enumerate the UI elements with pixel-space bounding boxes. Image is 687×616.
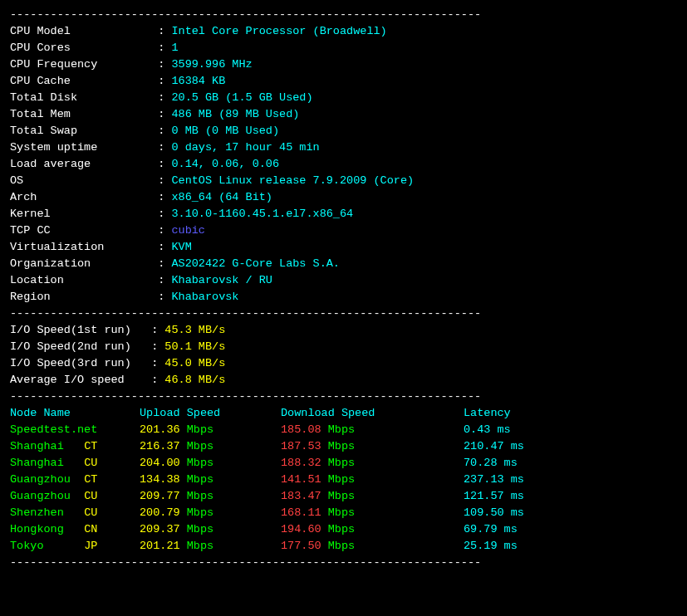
iospeed-row: I/O Speed(2nd run) : 50.1 MB/s: [10, 339, 677, 355]
speedtest-latency: 210.47 ms: [464, 438, 524, 455]
speedtest-node-cell: Guangzhou CT: [10, 472, 140, 488]
sysinfo-label: CPU Model: [10, 23, 158, 40]
iospeed-row: I/O Speed(1st run) : 45.3 MB/s: [10, 322, 677, 339]
speedtest-download-unit: Mbps: [328, 523, 355, 535]
speedtest-latency: 25.19 ms: [464, 538, 518, 555]
header-download: Download Speed: [281, 405, 464, 422]
sysinfo-value: 3.10.0-1160.45.1.el7.x86_64: [171, 206, 353, 222]
header-upload: Upload Speed: [140, 405, 281, 422]
speedtest-upload-cell: 201.36 Mbps: [140, 422, 281, 438]
speedtest-download-unit: Mbps: [328, 457, 355, 469]
sysinfo-value: 16384 KB: [171, 73, 225, 90]
divider: ----------------------------------------…: [10, 306, 677, 322]
speedtest-node-cell: Shanghai CT: [10, 438, 140, 455]
header-node: Node Name: [10, 405, 140, 422]
speedtest-upload-value: 200.79: [140, 506, 187, 519]
speedtest-location: JP: [84, 540, 97, 552]
speedtest-location: CT: [84, 440, 97, 452]
sysinfo-label: Virtualization: [10, 239, 158, 256]
speedtest-upload-cell: 200.79 Mbps: [140, 505, 281, 521]
speedtest-upload-unit: Mbps: [187, 440, 213, 452]
colon-separator: :: [151, 339, 164, 355]
speedtest-upload-cell: 216.37 Mbps: [140, 438, 281, 455]
speedtest-upload-cell: 209.77 Mbps: [140, 488, 281, 505]
speedtest-download-cell: 183.47 Mbps: [281, 488, 464, 505]
header-latency: Latency: [464, 405, 511, 422]
colon-separator: :: [158, 189, 171, 206]
speedtest-upload-value: 134.38: [140, 473, 187, 486]
speedtest-download-value: 194.60: [281, 523, 328, 535]
sysinfo-label: Total Mem: [10, 106, 158, 123]
speedtest-latency: 109.50 ms: [464, 505, 524, 521]
sysinfo-row: Total Mem : 486 MB (89 MB Used): [10, 106, 677, 123]
sysinfo-value: KVM: [171, 239, 191, 256]
iospeed-label: I/O Speed(2nd run): [10, 339, 151, 355]
speedtest-node: Shanghai: [10, 440, 84, 452]
speedtest-row: Tokyo JP201.21 Mbps177.50 Mbps25.19 ms: [10, 538, 677, 555]
speedtest-upload-unit: Mbps: [187, 506, 213, 519]
sysinfo-row: Kernel : 3.10.0-1160.45.1.el7.x86_64: [10, 206, 677, 222]
speedtest-latency: 0.43 ms: [464, 422, 511, 438]
speedtest-node-cell: Tokyo JP: [10, 538, 140, 555]
sysinfo-row: Virtualization : KVM: [10, 239, 677, 256]
iospeed-value: 45.3 MB/s: [164, 322, 225, 339]
speedtest-download-unit: Mbps: [328, 473, 355, 486]
speedtest-download-value: 183.47: [281, 490, 328, 502]
speedtest-row: Shanghai CU204.00 Mbps188.32 Mbps70.28 m…: [10, 455, 677, 472]
speedtest-node: Hongkong: [10, 523, 84, 535]
sysinfo-value: 0 days, 17 hour 45 min: [171, 139, 319, 156]
colon-separator: :: [158, 156, 171, 173]
speedtest-upload-unit: Mbps: [187, 457, 213, 469]
sysinfo-row: Organization : AS202422 G-Core Labs S.A.: [10, 256, 677, 272]
sysinfo-row: CPU Cores : 1: [10, 40, 677, 56]
sysinfo-label: Location: [10, 272, 158, 289]
speedtest-node: Guangzhou: [10, 490, 84, 502]
speedtest-node-cell: Shenzhen CU: [10, 505, 140, 521]
speedtest-upload-cell: 201.21 Mbps: [140, 538, 281, 555]
colon-separator: :: [158, 173, 171, 189]
speedtest-download-cell: 177.50 Mbps: [281, 538, 464, 555]
speedtest-upload-unit: Mbps: [187, 540, 213, 552]
sysinfo-label: Kernel: [10, 206, 158, 222]
speedtest-download-value: 141.51: [281, 473, 328, 486]
speedtest-upload-value: 201.21: [140, 540, 187, 552]
sysinfo-value: 0 MB (0 MB Used): [171, 123, 279, 139]
sysinfo-row: TCP CC : cubic: [10, 222, 677, 239]
sysinfo-value: CentOS Linux release 7.9.2009 (Core): [171, 173, 414, 189]
colon-separator: :: [151, 322, 164, 339]
speedtest-upload-cell: 204.00 Mbps: [140, 455, 281, 472]
speedtest-upload-cell: 134.38 Mbps: [140, 472, 281, 488]
colon-separator: :: [158, 73, 171, 90]
colon-separator: :: [151, 355, 164, 372]
speedtest-section: Speedtest.net201.36 Mbps185.08 Mbps0.43 …: [10, 422, 677, 555]
speedtest-upload-unit: Mbps: [187, 473, 213, 486]
speedtest-node: Tokyo: [10, 540, 84, 552]
speedtest-row: Shanghai CT216.37 Mbps187.53 Mbps210.47 …: [10, 438, 677, 455]
colon-separator: :: [158, 239, 171, 256]
speedtest-latency: 70.28 ms: [464, 455, 518, 472]
speedtest-download-unit: Mbps: [328, 423, 355, 436]
speedtest-upload-value: 201.36: [140, 423, 187, 436]
speedtest-download-cell: 185.08 Mbps: [281, 422, 464, 438]
sysinfo-row: Load average : 0.14, 0.06, 0.06: [10, 156, 677, 173]
speedtest-download-cell: 188.32 Mbps: [281, 455, 464, 472]
speedtest-location: CU: [84, 506, 97, 519]
sysinfo-row: CPU Cache : 16384 KB: [10, 73, 677, 90]
iospeed-label: I/O Speed(3rd run): [10, 355, 151, 372]
speedtest-download-value: 177.50: [281, 540, 328, 552]
sysinfo-row: System uptime : 0 days, 17 hour 45 min: [10, 139, 677, 156]
sysinfo-row: Region : Khabarovsk: [10, 289, 677, 306]
sysinfo-row: OS : CentOS Linux release 7.9.2009 (Core…: [10, 173, 677, 189]
sysinfo-value: cubic: [171, 222, 205, 239]
sysinfo-value: AS202422 G-Core Labs S.A.: [171, 256, 340, 272]
speedtest-node: Shenzhen: [10, 506, 84, 519]
colon-separator: :: [158, 56, 171, 73]
speedtest-download-value: 187.53: [281, 440, 328, 452]
sysinfo-label: Arch: [10, 189, 158, 206]
speedtest-node: Guangzhou: [10, 473, 84, 486]
colon-separator: :: [158, 106, 171, 123]
speedtest-download-unit: Mbps: [328, 440, 355, 452]
speedtest-node: Shanghai: [10, 457, 84, 469]
speedtest-upload-unit: Mbps: [187, 490, 213, 502]
sysinfo-label: OS: [10, 173, 158, 189]
